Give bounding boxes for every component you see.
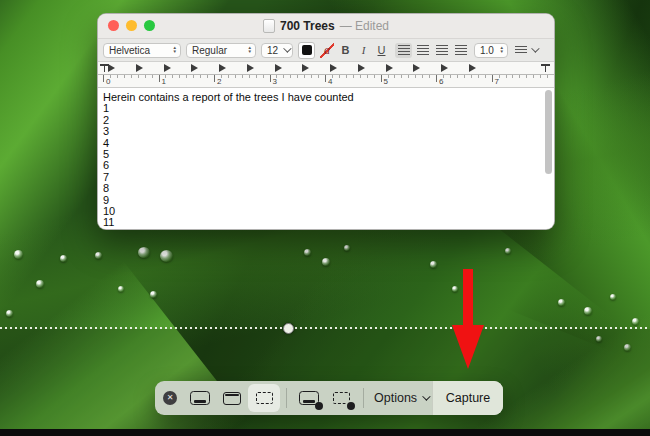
line-spacing-value: 1.0 [480, 45, 494, 56]
document-line: 11 [103, 217, 540, 228]
ruler-number: 4 [325, 75, 381, 87]
bottom-black-strip [0, 429, 650, 436]
tab-stop-marker[interactable] [469, 64, 476, 72]
align-left-icon [398, 45, 410, 55]
titlebar[interactable]: 700 Trees — Edited [98, 14, 554, 39]
options-button[interactable]: Options [370, 391, 432, 405]
right-margin-marker[interactable] [541, 64, 550, 72]
close-window-button[interactable] [108, 20, 119, 31]
text-color-well[interactable] [298, 42, 315, 59]
capture-entire-screen-button[interactable] [184, 384, 216, 412]
capture-window-button[interactable] [216, 384, 248, 412]
tab-stop-marker[interactable] [108, 64, 115, 72]
underline-button[interactable]: U [375, 44, 388, 56]
screen-icon [190, 391, 210, 405]
close-icon[interactable]: ✕ [163, 391, 177, 405]
water-droplet [632, 318, 639, 325]
font-family-dropdown[interactable]: Helvetica ▲▼ [103, 43, 181, 58]
ruler-number: 2 [214, 75, 270, 87]
screen-icon [299, 391, 319, 405]
font-style-value: Regular [192, 45, 227, 56]
water-droplet [505, 248, 511, 254]
tab-stop-marker[interactable] [413, 64, 420, 72]
stepper-icon: ▲▼ [173, 46, 177, 54]
font-style-dropdown[interactable]: Regular ▲▼ [186, 43, 256, 58]
water-droplet [60, 255, 67, 262]
ruler-tabstops[interactable] [98, 62, 554, 74]
water-droplet [118, 286, 124, 292]
capture-selection-button[interactable] [248, 384, 280, 412]
tab-stop-marker[interactable] [330, 64, 337, 72]
align-left-button[interactable] [395, 43, 412, 58]
tab-stop-marker[interactable] [302, 64, 309, 72]
water-droplet [344, 245, 350, 251]
document-line: 1 [103, 103, 540, 114]
document-content[interactable]: Herein contains a report of the trees I … [98, 88, 554, 230]
list-icon [515, 46, 527, 55]
tab-stop-marker[interactable] [136, 64, 143, 72]
water-droplet [304, 249, 311, 256]
water-droplet [160, 250, 173, 262]
water-droplet [430, 261, 437, 268]
document-line: Herein contains a report of the trees I … [103, 92, 540, 103]
zoom-window-button[interactable] [144, 20, 155, 31]
format-toolbar: Helvetica ▲▼ Regular ▲▼ 12 a B I U [98, 39, 554, 62]
list-style-dropdown[interactable] [515, 46, 537, 55]
window-title: 700 Trees — Edited [263, 19, 389, 33]
toolbar-divider [363, 388, 364, 408]
document-line: 4 [103, 138, 540, 149]
water-droplet [584, 307, 592, 315]
tab-stop-marker[interactable] [358, 64, 365, 72]
arrow-head [452, 325, 484, 369]
align-right-button[interactable] [433, 43, 450, 58]
water-droplet [95, 252, 102, 259]
ruler-number: 6 [436, 75, 492, 87]
selection-edge-dashed-line [0, 327, 650, 329]
document-text[interactable]: Herein contains a report of the trees I … [98, 88, 554, 229]
document-line: 8 [103, 183, 540, 194]
water-droplet [14, 250, 23, 259]
font-size-dropdown[interactable]: 12 [261, 43, 293, 58]
ruler-scale: 01234567 [98, 74, 554, 87]
screenshot-toolbar: ✕ Options Capture [155, 381, 503, 415]
record-entire-screen-button[interactable] [293, 384, 325, 412]
tab-stop-marker[interactable] [441, 64, 448, 72]
ruler-number: 0 [103, 75, 159, 87]
selection-resize-handle[interactable] [283, 323, 294, 334]
document-line: 10 [103, 206, 540, 217]
document-title: 700 Trees [280, 19, 335, 33]
bold-button[interactable]: B [339, 44, 352, 56]
tab-stop-marker[interactable] [386, 64, 393, 72]
line-spacing-stepper[interactable]: 1.0 ▲▼ [474, 43, 508, 58]
ruler-number: 7 [492, 75, 548, 87]
window-icon [223, 392, 241, 405]
water-droplet [322, 258, 330, 266]
water-droplet [558, 299, 565, 306]
character-color-icon[interactable]: a [320, 43, 334, 58]
justify-button[interactable] [452, 43, 469, 58]
edited-status: — Edited [340, 19, 389, 33]
tab-stop-marker[interactable] [275, 64, 282, 72]
tab-stop-marker[interactable] [219, 64, 226, 72]
chevron-down-icon [422, 392, 430, 400]
traffic-lights [108, 20, 155, 31]
record-selection-button[interactable] [325, 384, 357, 412]
minimize-window-button[interactable] [126, 20, 137, 31]
italic-button[interactable]: I [357, 44, 370, 56]
stepper-icon: ▲▼ [248, 46, 252, 54]
annotation-arrow-icon [436, 269, 500, 369]
align-right-icon [436, 45, 448, 55]
justify-icon [455, 45, 467, 55]
scrollbar-thumb[interactable] [545, 90, 552, 174]
tab-stop-marker[interactable] [247, 64, 254, 72]
tab-stop-marker[interactable] [164, 64, 171, 72]
tab-stop-marker[interactable] [191, 64, 198, 72]
water-droplet [610, 294, 616, 300]
alignment-buttons [395, 43, 469, 58]
arrow-shaft [463, 269, 473, 325]
toolbar-divider [286, 388, 287, 408]
align-center-button[interactable] [414, 43, 431, 58]
font-size-value: 12 [267, 45, 278, 56]
capture-button[interactable]: Capture [432, 381, 503, 415]
desktop: 700 Trees — Edited Helvetica ▲▼ Regular … [0, 0, 650, 436]
